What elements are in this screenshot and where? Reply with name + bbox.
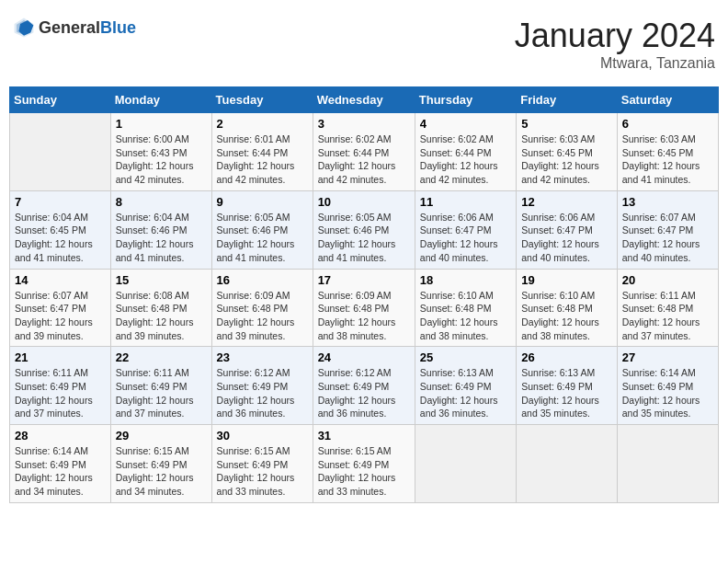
day-number: 7	[15, 195, 106, 209]
day-number: 16	[217, 273, 308, 287]
day-info: Sunrise: 6:02 AMSunset: 6:44 PMDaylight:…	[318, 132, 410, 187]
calendar-week-row: 1Sunrise: 6:00 AMSunset: 6:43 PMDaylight…	[10, 113, 719, 191]
day-info: Sunrise: 6:11 AMSunset: 6:48 PMDaylight:…	[622, 289, 713, 343]
calendar-cell: 9Sunrise: 6:05 AMSunset: 6:46 PMDaylight…	[211, 190, 313, 269]
day-number: 19	[521, 273, 612, 287]
calendar-week-row: 14Sunrise: 6:07 AMSunset: 6:47 PMDayligh…	[10, 269, 719, 347]
day-info: Sunrise: 6:04 AMSunset: 6:45 PMDaylight:…	[15, 211, 106, 265]
day-number: 26	[521, 350, 612, 364]
day-info: Sunrise: 6:07 AMSunset: 6:47 PMDaylight:…	[15, 289, 106, 343]
day-number: 18	[420, 273, 511, 287]
day-info: Sunrise: 6:09 AMSunset: 6:48 PMDaylight:…	[217, 289, 308, 343]
day-number: 15	[116, 273, 207, 287]
weekday-header-row: SundayMondayTuesdayWednesdayThursdayFrid…	[10, 87, 719, 113]
day-number: 21	[15, 350, 106, 364]
calendar-cell: 3Sunrise: 6:02 AMSunset: 6:44 PMDaylight…	[313, 113, 415, 191]
calendar-table: SundayMondayTuesdayWednesdayThursdayFrid…	[9, 86, 719, 503]
day-number: 20	[622, 273, 713, 287]
day-info: Sunrise: 6:15 AMSunset: 6:49 PMDaylight:…	[116, 444, 207, 499]
header: GeneralBlue January 2024 Mtwara, Tanzani…	[9, 9, 719, 79]
calendar-cell: 2Sunrise: 6:01 AMSunset: 6:44 PMDaylight…	[211, 113, 313, 191]
calendar-cell	[517, 425, 618, 503]
calendar-week-row: 7Sunrise: 6:04 AMSunset: 6:45 PMDaylight…	[10, 190, 719, 269]
day-info: Sunrise: 6:09 AMSunset: 6:48 PMDaylight:…	[318, 289, 410, 343]
day-info: Sunrise: 6:05 AMSunset: 6:46 PMDaylight:…	[217, 211, 308, 265]
calendar-cell: 15Sunrise: 6:08 AMSunset: 6:48 PMDayligh…	[110, 269, 211, 347]
calendar-cell: 7Sunrise: 6:04 AMSunset: 6:45 PMDaylight…	[10, 190, 111, 269]
calendar-cell: 16Sunrise: 6:09 AMSunset: 6:48 PMDayligh…	[211, 269, 313, 347]
title-area: January 2024 Mtwara, Tanzania	[515, 17, 715, 72]
calendar-cell: 11Sunrise: 6:06 AMSunset: 6:47 PMDayligh…	[415, 190, 516, 269]
day-info: Sunrise: 6:02 AMSunset: 6:44 PMDaylight:…	[420, 132, 511, 187]
day-number: 9	[217, 195, 308, 209]
weekday-header-tuesday: Tuesday	[211, 87, 313, 113]
day-info: Sunrise: 6:14 AMSunset: 6:49 PMDaylight:…	[15, 444, 106, 499]
day-number: 8	[116, 195, 207, 209]
day-number: 29	[116, 429, 207, 442]
weekday-header-thursday: Thursday	[415, 87, 516, 113]
day-number: 12	[521, 195, 612, 209]
calendar-week-row: 21Sunrise: 6:11 AMSunset: 6:49 PMDayligh…	[10, 347, 719, 425]
calendar-cell: 23Sunrise: 6:12 AMSunset: 6:49 PMDayligh…	[211, 347, 313, 425]
day-number: 11	[420, 195, 511, 209]
day-info: Sunrise: 6:06 AMSunset: 6:47 PMDaylight:…	[420, 211, 511, 265]
day-info: Sunrise: 6:13 AMSunset: 6:49 PMDaylight:…	[420, 366, 511, 420]
day-number: 24	[318, 350, 410, 364]
calendar-cell: 31Sunrise: 6:15 AMSunset: 6:49 PMDayligh…	[313, 425, 415, 503]
day-info: Sunrise: 6:11 AMSunset: 6:49 PMDaylight:…	[15, 366, 106, 420]
day-info: Sunrise: 6:00 AMSunset: 6:43 PMDaylight:…	[116, 132, 207, 187]
calendar-cell: 18Sunrise: 6:10 AMSunset: 6:48 PMDayligh…	[415, 269, 516, 347]
day-info: Sunrise: 6:03 AMSunset: 6:45 PMDaylight:…	[521, 132, 612, 187]
day-number: 23	[217, 350, 308, 364]
day-number: 6	[622, 117, 713, 131]
day-info: Sunrise: 6:12 AMSunset: 6:49 PMDaylight:…	[217, 366, 308, 420]
calendar-cell: 26Sunrise: 6:13 AMSunset: 6:49 PMDayligh…	[517, 347, 618, 425]
calendar-cell: 8Sunrise: 6:04 AMSunset: 6:46 PMDaylight…	[110, 190, 211, 269]
calendar-cell: 1Sunrise: 6:00 AMSunset: 6:43 PMDaylight…	[110, 113, 211, 191]
day-info: Sunrise: 6:07 AMSunset: 6:47 PMDaylight:…	[622, 211, 713, 265]
day-info: Sunrise: 6:10 AMSunset: 6:48 PMDaylight:…	[420, 289, 511, 343]
calendar-week-row: 28Sunrise: 6:14 AMSunset: 6:49 PMDayligh…	[10, 425, 719, 503]
day-info: Sunrise: 6:15 AMSunset: 6:49 PMDaylight:…	[217, 444, 308, 499]
weekday-header-wednesday: Wednesday	[313, 87, 415, 113]
calendar-cell: 10Sunrise: 6:05 AMSunset: 6:46 PMDayligh…	[313, 190, 415, 269]
logo: GeneralBlue	[13, 17, 136, 39]
calendar-cell: 29Sunrise: 6:15 AMSunset: 6:49 PMDayligh…	[110, 425, 211, 503]
calendar-cell	[415, 425, 516, 503]
day-number: 17	[318, 273, 410, 287]
calendar-cell	[617, 425, 718, 503]
day-number: 30	[217, 429, 308, 442]
weekday-header-sunday: Sunday	[10, 87, 111, 113]
day-info: Sunrise: 6:15 AMSunset: 6:49 PMDaylight:…	[318, 444, 410, 499]
logo-blue: Blue	[100, 18, 136, 37]
calendar-cell: 24Sunrise: 6:12 AMSunset: 6:49 PMDayligh…	[313, 347, 415, 425]
calendar-cell: 4Sunrise: 6:02 AMSunset: 6:44 PMDaylight…	[415, 113, 516, 191]
day-number: 31	[318, 429, 410, 442]
day-info: Sunrise: 6:05 AMSunset: 6:46 PMDaylight:…	[318, 211, 410, 265]
calendar-cell: 19Sunrise: 6:10 AMSunset: 6:48 PMDayligh…	[517, 269, 618, 347]
day-info: Sunrise: 6:04 AMSunset: 6:46 PMDaylight:…	[116, 211, 207, 265]
day-info: Sunrise: 6:14 AMSunset: 6:49 PMDaylight:…	[622, 366, 713, 420]
logo-text: GeneralBlue	[39, 18, 136, 38]
calendar-cell: 25Sunrise: 6:13 AMSunset: 6:49 PMDayligh…	[415, 347, 516, 425]
calendar-cell: 30Sunrise: 6:15 AMSunset: 6:49 PMDayligh…	[211, 425, 313, 503]
calendar-cell: 21Sunrise: 6:11 AMSunset: 6:49 PMDayligh…	[10, 347, 111, 425]
day-info: Sunrise: 6:11 AMSunset: 6:49 PMDaylight:…	[116, 366, 207, 420]
logo-general: General	[39, 18, 100, 37]
day-number: 25	[420, 350, 511, 364]
day-info: Sunrise: 6:03 AMSunset: 6:45 PMDaylight:…	[622, 132, 713, 187]
weekday-header-saturday: Saturday	[617, 87, 718, 113]
day-number: 2	[217, 117, 308, 131]
location-subtitle: Mtwara, Tanzania	[515, 55, 715, 72]
day-number: 28	[15, 429, 106, 442]
day-number: 10	[318, 195, 410, 209]
calendar-cell	[10, 113, 111, 191]
calendar-cell: 12Sunrise: 6:06 AMSunset: 6:47 PMDayligh…	[517, 190, 618, 269]
day-number: 14	[15, 273, 106, 287]
calendar-cell: 28Sunrise: 6:14 AMSunset: 6:49 PMDayligh…	[10, 425, 111, 503]
day-info: Sunrise: 6:10 AMSunset: 6:48 PMDaylight:…	[521, 289, 612, 343]
day-info: Sunrise: 6:06 AMSunset: 6:47 PMDaylight:…	[521, 211, 612, 265]
day-info: Sunrise: 6:01 AMSunset: 6:44 PMDaylight:…	[217, 132, 308, 187]
day-number: 1	[116, 117, 207, 131]
calendar-cell: 22Sunrise: 6:11 AMSunset: 6:49 PMDayligh…	[110, 347, 211, 425]
